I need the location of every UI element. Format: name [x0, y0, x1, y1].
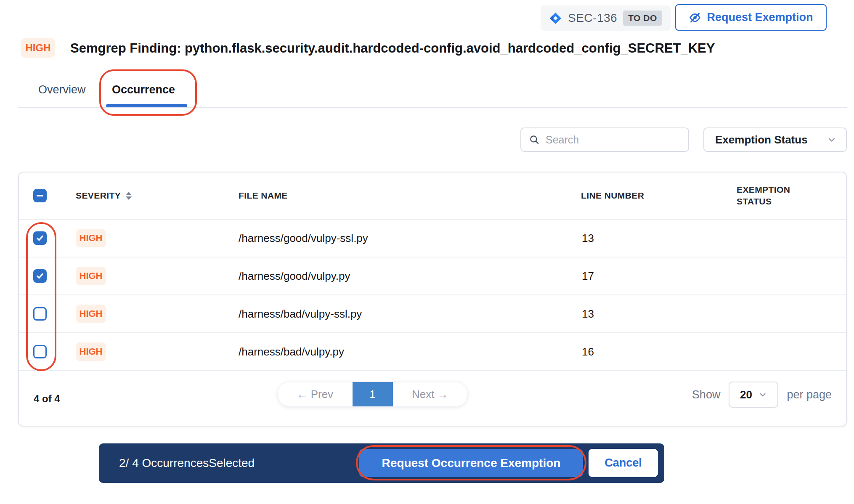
eye-off-icon [689, 11, 701, 24]
table-row: HIGH /harness/bad/vulpy-ssl.py 13 [19, 295, 846, 333]
table-row: HIGH /harness/good/vulpy.py 17 [19, 257, 846, 295]
row-checkbox[interactable] [33, 269, 47, 283]
tab-overview[interactable]: Overview [38, 83, 86, 96]
severity-badge: HIGH [76, 305, 106, 323]
selection-count-text: 2/ 4 OccurrencesSelected [119, 456, 255, 470]
column-header-line-number: LINE NUMBER [568, 191, 690, 201]
chevron-down-icon [758, 390, 767, 399]
pagination: ← Prev 1 Next → [277, 382, 468, 407]
jira-status-badge: TO DO [623, 11, 662, 26]
row-count-summary: 4 of 4 [34, 393, 60, 405]
show-label: Show [692, 388, 721, 401]
line-number: 13 [568, 308, 690, 321]
per-page-label: per page [787, 388, 832, 401]
column-header-file-name: FILE NAME [194, 191, 568, 201]
cancel-button[interactable]: Cancel [589, 449, 658, 477]
file-name: /harness/good/vulpy.py [194, 270, 568, 283]
request-exemption-button[interactable]: Request Exemption [675, 4, 827, 31]
line-number: 17 [568, 270, 690, 283]
page-title: Semgrep Finding: python.flask.security.a… [70, 41, 715, 56]
next-page-button[interactable]: Next → [393, 382, 468, 406]
chevron-down-icon [827, 135, 837, 145]
table-row: HIGH /harness/bad/vulpy.py 16 [19, 333, 846, 371]
page-size-value: 20 [740, 388, 752, 401]
page-size-control: Show 20 per page [692, 382, 832, 408]
checkmark-icon [36, 272, 44, 280]
checkmark-icon [36, 234, 44, 242]
request-occurrence-exemption-button[interactable]: Request Occurrence Exemption [359, 449, 583, 477]
column-header-severity[interactable]: SEVERITY [76, 191, 121, 201]
line-number: 13 [568, 232, 690, 245]
severity-badge: HIGH [76, 342, 106, 361]
row-checkbox[interactable] [33, 307, 47, 321]
exemption-status-dropdown-label: Exemption Status [715, 133, 808, 146]
current-page-button[interactable]: 1 [353, 382, 393, 406]
table-row: HIGH /harness/good/vulpy-ssl.py 13 [19, 220, 846, 257]
search-input[interactable] [546, 134, 681, 146]
request-exemption-label: Request Exemption [707, 11, 813, 24]
file-name: /harness/good/vulpy-ssl.py [194, 232, 568, 245]
page-size-select[interactable]: 20 [729, 382, 778, 408]
minus-icon [37, 195, 43, 196]
line-number: 16 [568, 345, 690, 358]
row-checkbox[interactable] [33, 231, 47, 245]
table-header-row: SEVERITY FILE NAME LINE NUMBER EXEMPTION… [19, 172, 846, 220]
severity-badge: HIGH [76, 267, 106, 285]
select-all-checkbox[interactable] [33, 189, 47, 202]
jira-ticket-key: SEC-136 [568, 11, 617, 25]
sort-icon[interactable] [126, 192, 132, 200]
occurrences-table: SEVERITY FILE NAME LINE NUMBER EXEMPTION… [18, 172, 847, 427]
jira-ticket-chip[interactable]: SEC-136 TO DO [541, 5, 671, 31]
selection-action-bar: 2/ 4 OccurrencesSelected Request Occurre… [99, 443, 664, 483]
exemption-status-dropdown[interactable]: Exemption Status [703, 127, 847, 152]
prev-page-button[interactable]: ← Prev [278, 382, 353, 406]
jira-icon [549, 12, 562, 25]
table-footer: 4 of 4 ← Prev 1 Next → Show 20 per page [19, 372, 846, 427]
file-name: /harness/bad/vulpy-ssl.py [194, 308, 568, 321]
search-box[interactable] [520, 127, 689, 152]
file-name: /harness/bad/vulpy.py [194, 345, 568, 358]
finding-detail-page: SEC-136 TO DO Request Exemption HIGH Sem… [0, 0, 854, 504]
severity-badge: HIGH [76, 229, 106, 247]
tab-occurrence[interactable]: Occurrence [112, 83, 175, 96]
search-icon [529, 134, 540, 145]
finding-severity-badge: HIGH [21, 38, 55, 58]
column-header-exemption-status: EXEMPTION STATUS [690, 184, 800, 208]
row-checkbox[interactable] [33, 345, 47, 358]
tabs-divider [18, 107, 847, 108]
